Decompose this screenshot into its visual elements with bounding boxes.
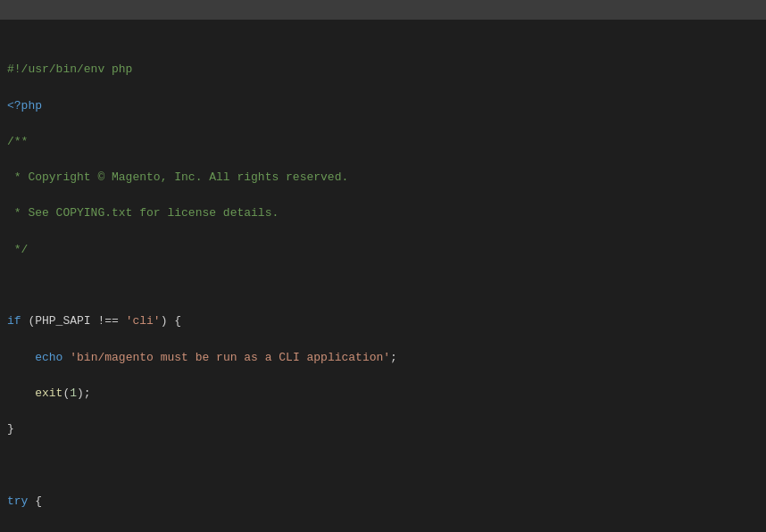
line-5: * See COPYING.txt for license details. [7,204,759,222]
line-8: if (PHP_SAPI !== 'cli') { [7,312,759,330]
line-6: */ [7,241,759,259]
line-3: /** [7,133,759,151]
line-14: require __DIR__ . '/../app/bootstrap.php… [7,528,759,532]
line-7 [7,277,759,295]
line-10: exit(1); [7,385,759,403]
line-4: * Copyright © Magento, Inc. All rights r… [7,169,759,187]
title-bar [0,0,766,20]
line-12 [7,456,759,474]
line-11: } [7,420,759,438]
line-13: try { [7,493,759,511]
line-1: #!/usr/bin/env php [7,61,759,79]
line-9: echo 'bin/magento must be run as a CLI a… [7,349,759,367]
code-container: #!/usr/bin/env php <?php /** * Copyright… [0,20,766,532]
line-2: <?php [7,97,759,115]
